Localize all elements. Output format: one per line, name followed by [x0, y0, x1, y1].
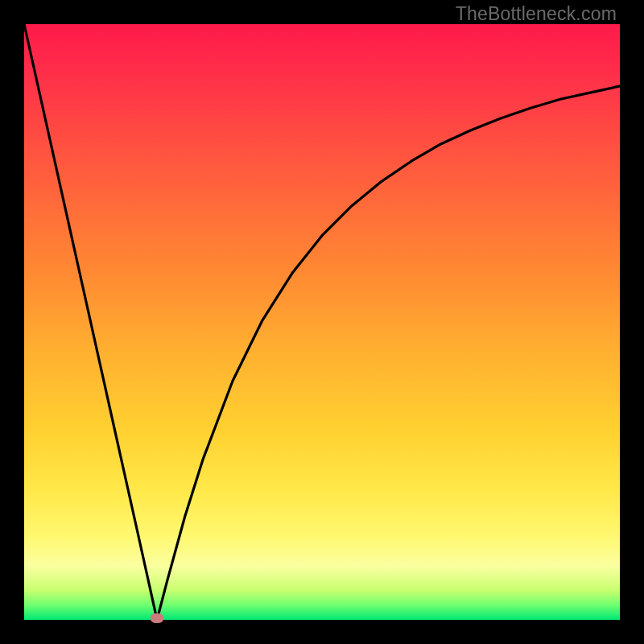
plot-area — [24, 24, 620, 620]
curve-svg — [24, 24, 620, 620]
chart-frame: TheBottleneck.com — [0, 0, 644, 644]
minimum-marker — [151, 613, 163, 623]
bottleneck-curve — [24, 24, 620, 620]
watermark-text: TheBottleneck.com — [456, 3, 617, 25]
